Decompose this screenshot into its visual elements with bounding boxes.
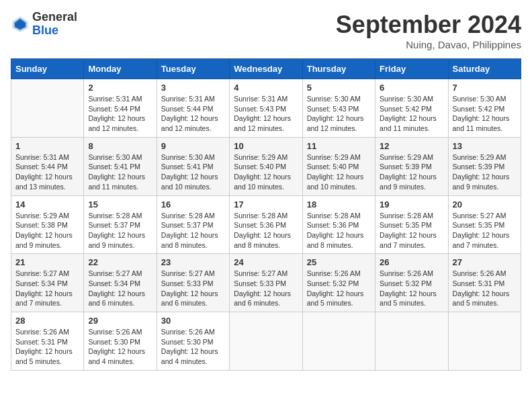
header-cell-monday: Monday [84,59,157,79]
header-cell-sunday: Sunday [11,59,84,79]
day-cell: 13 Sunrise: 5:29 AMSunset: 5:39 PMDaylig… [448,137,521,195]
logo: General Blue [11,11,77,38]
day-info: Sunrise: 5:26 AMSunset: 5:31 PMDaylight:… [15,328,73,365]
week-row-2: 14 Sunrise: 5:29 AMSunset: 5:38 PMDaylig… [11,195,521,254]
day-cell: 2 Sunrise: 5:31 AMSunset: 5:44 PMDayligh… [84,79,157,138]
day-info: Sunrise: 5:27 AMSunset: 5:34 PMDaylight:… [88,269,145,307]
day-info: Sunrise: 5:30 AMSunset: 5:42 PMDaylight:… [380,95,437,132]
day-info: Sunrise: 5:28 AMSunset: 5:37 PMDaylight:… [161,212,218,249]
logo-text: General Blue [32,11,77,38]
day-number: 12 [380,141,443,151]
day-number: 6 [380,83,443,93]
day-cell [302,312,375,371]
day-number: 18 [307,199,371,210]
day-cell [448,312,521,371]
day-cell: 30 Sunrise: 5:26 AMSunset: 5:30 PMDaylig… [157,312,229,371]
day-number: 16 [161,199,225,210]
day-info: Sunrise: 5:26 AMSunset: 5:30 PMDaylight:… [88,328,145,365]
header-cell-friday: Friday [375,59,448,79]
day-info: Sunrise: 5:27 AMSunset: 5:35 PMDaylight:… [453,212,510,249]
day-cell: 3 Sunrise: 5:31 AMSunset: 5:44 PMDayligh… [157,79,229,138]
title-block: September 2024 Nuing, Davao, Philippines [336,11,521,50]
day-cell: 12 Sunrise: 5:29 AMSunset: 5:39 PMDaylig… [375,137,448,195]
day-info: Sunrise: 5:29 AMSunset: 5:39 PMDaylight:… [380,153,437,191]
day-number: 3 [161,83,225,93]
day-number: 28 [15,316,79,326]
week-row-4: 28 Sunrise: 5:26 AMSunset: 5:31 PMDaylig… [11,312,521,371]
header-row: SundayMondayTuesdayWednesdayThursdayFrid… [11,59,521,79]
day-cell: 4 Sunrise: 5:31 AMSunset: 5:43 PMDayligh… [230,79,302,138]
week-row-0: 2 Sunrise: 5:31 AMSunset: 5:44 PMDayligh… [11,79,521,138]
day-number: 8 [88,141,152,151]
day-number: 7 [453,83,517,93]
day-info: Sunrise: 5:31 AMSunset: 5:44 PMDaylight:… [88,95,145,132]
day-cell: 5 Sunrise: 5:30 AMSunset: 5:43 PMDayligh… [302,79,375,138]
day-cell: 16 Sunrise: 5:28 AMSunset: 5:37 PMDaylig… [157,195,229,254]
day-cell: 15 Sunrise: 5:28 AMSunset: 5:37 PMDaylig… [84,195,157,254]
day-cell: 8 Sunrise: 5:30 AMSunset: 5:41 PMDayligh… [84,137,157,195]
day-info: Sunrise: 5:27 AMSunset: 5:33 PMDaylight:… [234,269,291,307]
day-info: Sunrise: 5:29 AMSunset: 5:40 PMDaylight:… [234,153,291,191]
day-number: 5 [307,83,371,93]
day-cell [11,79,84,138]
day-cell: 11 Sunrise: 5:29 AMSunset: 5:40 PMDaylig… [302,137,375,195]
day-info: Sunrise: 5:31 AMSunset: 5:44 PMDaylight:… [161,95,218,132]
day-cell [230,312,302,371]
day-number: 19 [380,199,443,210]
month-title: September 2024 [336,11,521,39]
day-number: 4 [234,83,298,93]
day-cell: 23 Sunrise: 5:27 AMSunset: 5:33 PMDaylig… [157,254,229,312]
day-cell: 28 Sunrise: 5:26 AMSunset: 5:31 PMDaylig… [11,312,84,371]
day-number: 27 [453,257,517,267]
header-cell-tuesday: Tuesday [157,59,229,79]
day-cell: 20 Sunrise: 5:27 AMSunset: 5:35 PMDaylig… [448,195,521,254]
header-cell-saturday: Saturday [448,59,521,79]
day-info: Sunrise: 5:30 AMSunset: 5:42 PMDaylight:… [453,95,510,132]
day-cell: 21 Sunrise: 5:27 AMSunset: 5:34 PMDaylig… [11,254,84,312]
day-cell: 19 Sunrise: 5:28 AMSunset: 5:35 PMDaylig… [375,195,448,254]
day-number: 13 [453,141,517,151]
day-info: Sunrise: 5:27 AMSunset: 5:33 PMDaylight:… [161,269,218,307]
day-cell: 17 Sunrise: 5:28 AMSunset: 5:36 PMDaylig… [230,195,302,254]
day-info: Sunrise: 5:30 AMSunset: 5:41 PMDaylight:… [161,153,218,191]
day-cell: 24 Sunrise: 5:27 AMSunset: 5:33 PMDaylig… [230,254,302,312]
day-info: Sunrise: 5:30 AMSunset: 5:41 PMDaylight:… [88,153,145,191]
day-number: 24 [234,257,298,267]
day-cell: 14 Sunrise: 5:29 AMSunset: 5:38 PMDaylig… [11,195,84,254]
day-number: 1 [15,141,79,151]
day-info: Sunrise: 5:28 AMSunset: 5:35 PMDaylight:… [380,212,437,249]
day-cell: 9 Sunrise: 5:30 AMSunset: 5:41 PMDayligh… [157,137,229,195]
day-info: Sunrise: 5:26 AMSunset: 5:32 PMDaylight:… [307,269,364,307]
day-info: Sunrise: 5:26 AMSunset: 5:31 PMDaylight:… [453,269,510,307]
day-cell: 7 Sunrise: 5:30 AMSunset: 5:42 PMDayligh… [448,79,521,138]
day-info: Sunrise: 5:27 AMSunset: 5:34 PMDaylight:… [15,269,73,307]
day-info: Sunrise: 5:30 AMSunset: 5:43 PMDaylight:… [307,95,364,132]
day-info: Sunrise: 5:29 AMSunset: 5:39 PMDaylight:… [453,153,510,191]
day-cell: 22 Sunrise: 5:27 AMSunset: 5:34 PMDaylig… [84,254,157,312]
day-cell: 27 Sunrise: 5:26 AMSunset: 5:31 PMDaylig… [448,254,521,312]
day-number: 29 [88,316,152,326]
day-number: 22 [88,257,152,267]
day-info: Sunrise: 5:26 AMSunset: 5:32 PMDaylight:… [380,269,437,307]
day-cell: 26 Sunrise: 5:26 AMSunset: 5:32 PMDaylig… [375,254,448,312]
day-number: 26 [380,257,443,267]
day-number: 2 [88,83,152,93]
location: Nuing, Davao, Philippines [336,39,521,50]
day-number: 23 [161,257,225,267]
day-number: 11 [307,141,371,151]
day-cell [375,312,448,371]
day-cell: 10 Sunrise: 5:29 AMSunset: 5:40 PMDaylig… [230,137,302,195]
day-number: 20 [453,199,517,210]
calendar-table: SundayMondayTuesdayWednesdayThursdayFrid… [11,58,521,371]
day-info: Sunrise: 5:31 AMSunset: 5:44 PMDaylight:… [15,153,73,191]
day-info: Sunrise: 5:28 AMSunset: 5:36 PMDaylight:… [307,212,364,249]
day-info: Sunrise: 5:28 AMSunset: 5:37 PMDaylight:… [88,212,145,249]
week-row-3: 21 Sunrise: 5:27 AMSunset: 5:34 PMDaylig… [11,254,521,312]
day-info: Sunrise: 5:28 AMSunset: 5:36 PMDaylight:… [234,212,291,249]
day-cell: 1 Sunrise: 5:31 AMSunset: 5:44 PMDayligh… [11,137,84,195]
day-number: 30 [161,316,225,326]
day-cell: 29 Sunrise: 5:26 AMSunset: 5:30 PMDaylig… [84,312,157,371]
day-number: 15 [88,199,152,210]
day-info: Sunrise: 5:29 AMSunset: 5:38 PMDaylight:… [15,212,73,249]
day-cell: 18 Sunrise: 5:28 AMSunset: 5:36 PMDaylig… [302,195,375,254]
